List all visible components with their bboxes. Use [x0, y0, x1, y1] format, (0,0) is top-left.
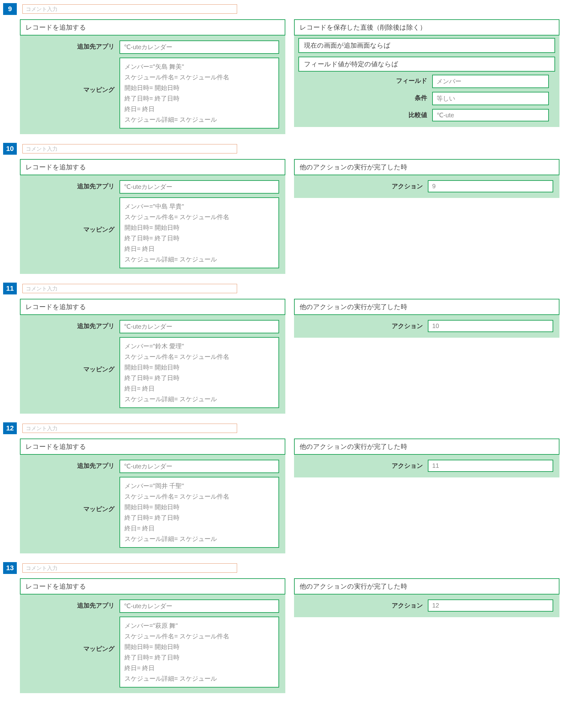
action-title: レコードを追加する: [20, 159, 285, 175]
add-app-value[interactable]: ℃-uteカレンダー: [120, 180, 279, 194]
rule-number-badge: 9: [3, 3, 17, 15]
cond-action-label: アクション: [300, 180, 428, 191]
mapping-label: マッピング: [26, 477, 120, 513]
mapping-label: マッピング: [26, 197, 120, 234]
add-app-label: 追加先アプリ: [26, 599, 120, 610]
mapping-value[interactable]: メンバー="中島 早貴" スケジュール件名= スケジュール件名 開始日時= 開始…: [120, 197, 279, 268]
cond-action-label: アクション: [300, 320, 428, 330]
cond-compare-label: 比較値: [305, 109, 432, 119]
mapping-label: マッピング: [26, 58, 120, 94]
condition-title-1: 他のアクションの実行が完了した時: [294, 578, 560, 594]
add-app-label: 追加先アプリ: [26, 180, 120, 191]
condition-title-1: 他のアクションの実行が完了した時: [294, 299, 560, 315]
mapping-value[interactable]: メンバー="矢島 舞美" スケジュール件名= スケジュール件名 開始日時= 開始…: [120, 58, 279, 129]
mapping-value[interactable]: メンバー="萩原 舞" スケジュール件名= スケジュール件名 開始日時= 開始日…: [120, 617, 279, 688]
cond-action-label: アクション: [300, 599, 428, 610]
cond-action-value[interactable]: 9: [428, 180, 553, 192]
comment-input[interactable]: コメント入力: [23, 424, 237, 433]
comment-input[interactable]: コメント入力: [23, 4, 237, 14]
cond-op-label: 条件: [305, 92, 432, 102]
cond-op-value[interactable]: 等しい: [432, 92, 549, 105]
cond-action-value[interactable]: 12: [428, 599, 553, 611]
mapping-value[interactable]: メンバー="岡井 千聖" スケジュール件名= スケジュール件名 開始日時= 開始…: [120, 477, 279, 548]
add-app-value[interactable]: ℃-uteカレンダー: [120, 320, 279, 333]
condition-title-2: 現在の画面が追加画面ならば: [298, 38, 555, 53]
add-app-value[interactable]: ℃-uteカレンダー: [120, 40, 279, 54]
comment-input[interactable]: コメント入力: [23, 563, 237, 573]
condition-title-1: レコードを保存した直後（削除後は除く）: [294, 19, 560, 35]
add-app-label: 追加先アプリ: [26, 320, 120, 330]
action-title: レコードを追加する: [20, 438, 285, 455]
cond-field-label: フィールド: [305, 75, 432, 85]
mapping-label: マッピング: [26, 337, 120, 373]
cond-action-value[interactable]: 10: [428, 320, 553, 332]
cond-field-value[interactable]: メンバー: [432, 75, 549, 88]
cond-action-label: アクション: [300, 460, 428, 470]
comment-input[interactable]: コメント入力: [23, 284, 237, 293]
cond-action-value[interactable]: 11: [428, 460, 553, 472]
rule-number-badge: 11: [3, 283, 17, 294]
action-title: レコードを追加する: [20, 19, 285, 35]
add-app-label: 追加先アプリ: [26, 40, 120, 51]
mapping-label: マッピング: [26, 617, 120, 653]
add-app-label: 追加先アプリ: [26, 460, 120, 470]
action-title: レコードを追加する: [20, 299, 285, 315]
rule-number-badge: 10: [3, 143, 17, 155]
action-title: レコードを追加する: [20, 578, 285, 594]
condition-title-1: 他のアクションの実行が完了した時: [294, 438, 560, 455]
rule-number-badge: 13: [3, 562, 17, 574]
add-app-value[interactable]: ℃-uteカレンダー: [120, 460, 279, 473]
comment-input[interactable]: コメント入力: [23, 144, 237, 154]
add-app-value[interactable]: ℃-uteカレンダー: [120, 599, 279, 613]
cond-compare-value[interactable]: ℃-ute: [432, 109, 549, 121]
mapping-value[interactable]: メンバー="鈴木 愛理" スケジュール件名= スケジュール件名 開始日時= 開始…: [120, 337, 279, 408]
rule-number-badge: 12: [3, 422, 17, 434]
condition-title-3: フィールド値が特定の値ならば: [298, 57, 555, 72]
condition-title-1: 他のアクションの実行が完了した時: [294, 159, 560, 175]
